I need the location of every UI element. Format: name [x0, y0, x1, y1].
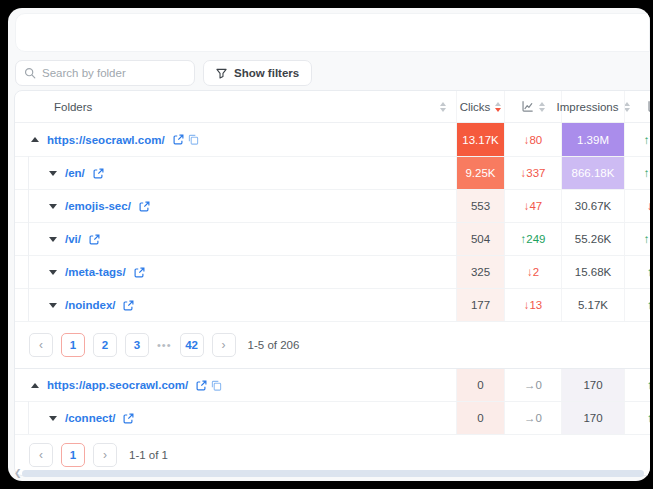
expand-caret-icon[interactable] — [49, 204, 57, 209]
folder-cell: https://seocrawl.com/ — [15, 123, 456, 156]
sort-icon-folders[interactable] — [440, 102, 446, 112]
table-controls: Show filters — [15, 60, 312, 86]
column-header-clicks-trend[interactable] — [504, 91, 561, 122]
expand-caret-icon[interactable] — [49, 171, 57, 176]
impressions-delta: ↑95 — [624, 157, 650, 189]
pagination-group-1: ‹ 1 2 3 ••• 42 › 1-5 of 206 — [15, 322, 650, 368]
search-by-folder-field[interactable] — [15, 60, 195, 86]
external-link-icon[interactable] — [93, 168, 104, 179]
impressions-value: 30.67K — [561, 190, 624, 222]
copy-icon[interactable] — [188, 134, 199, 145]
page-button-3[interactable]: 3 — [125, 333, 149, 357]
table-row: /connect/ 0 →0 170 ↑1 — [15, 402, 650, 435]
main-card: Show filters Folders Clicks — [8, 8, 650, 481]
folder-link[interactable]: /vi/ — [65, 233, 81, 245]
impressions-value: 1.39M — [561, 123, 624, 156]
external-link-icon[interactable] — [89, 234, 100, 245]
column-header-impressions[interactable]: Impressions — [561, 91, 624, 122]
impressions-value: 55.26K — [561, 223, 624, 255]
folder-link[interactable]: /connect/ — [65, 412, 115, 424]
page-button-1[interactable]: 1 — [61, 333, 85, 357]
prev-page-button[interactable]: ‹ — [29, 443, 53, 467]
clicks-value: 325 — [456, 256, 504, 288]
clicks-delta: →0 — [504, 402, 561, 434]
impressions-delta: ↓8 — [624, 190, 650, 222]
clicks-value: 0 — [456, 369, 504, 401]
line-chart-icon — [647, 100, 651, 113]
clicks-delta: →0 — [504, 369, 561, 401]
folder-link[interactable]: https://seocrawl.com/ — [47, 134, 165, 146]
external-link-icon[interactable] — [139, 201, 150, 212]
collapse-caret-icon[interactable] — [31, 137, 39, 142]
table-row: https://app.seocrawl.com/ 0 →0 170 ↑1 — [15, 368, 650, 402]
pagination-group-2: ‹ 1 › 1-1 of 1 — [15, 435, 650, 475]
expand-caret-icon[interactable] — [49, 270, 57, 275]
folder-link[interactable]: /noindex/ — [65, 299, 115, 311]
folder-cell: /emojis-sec/ — [15, 190, 456, 222]
external-link-icon[interactable] — [123, 300, 134, 311]
page-button-2[interactable]: 2 — [93, 333, 117, 357]
expand-caret-icon[interactable] — [49, 416, 57, 421]
page-button-1[interactable]: 1 — [61, 443, 85, 467]
pagination-summary: 1-1 of 1 — [129, 449, 168, 461]
page-button-42[interactable]: 42 — [180, 333, 204, 357]
impressions-value: 15.68K — [561, 256, 624, 288]
table-header: Folders Clicks Impressions — [15, 91, 650, 123]
copy-icon[interactable] — [211, 380, 222, 391]
show-filters-button[interactable]: Show filters — [203, 60, 312, 86]
table-row: https://seocrawl.com/ 13.17K ↓80 1.39M ↑… — [15, 123, 650, 157]
column-header-impressions-trend[interactable] — [624, 91, 650, 122]
external-link-icon[interactable] — [134, 267, 145, 278]
search-input[interactable] — [42, 67, 186, 79]
impressions-header-label: Impressions — [557, 101, 619, 113]
clicks-value: 13.17K — [456, 123, 504, 156]
external-link-icon[interactable] — [173, 134, 184, 145]
next-page-button[interactable]: › — [212, 333, 236, 357]
folders-table: Folders Clicks Impressions — [14, 90, 650, 476]
impressions-delta: ↑2 — [624, 256, 650, 288]
sort-icon-clicks[interactable] — [495, 102, 501, 112]
folder-link[interactable]: https://app.seocrawl.com/ — [47, 379, 188, 391]
folder-cell: /connect/ — [15, 402, 456, 434]
impressions-delta: ↑1 — [624, 289, 650, 321]
search-icon — [24, 67, 36, 79]
sort-icon-clicks-trend[interactable] — [539, 102, 545, 112]
clicks-delta: ↓13 — [504, 289, 561, 321]
folder-cell: /noindex/ — [15, 289, 456, 321]
column-header-clicks[interactable]: Clicks — [456, 91, 504, 122]
clicks-delta: ↓80 — [504, 123, 561, 156]
clicks-value: 553 — [456, 190, 504, 222]
impressions-delta: ↑1 — [624, 402, 650, 434]
external-link-icon[interactable] — [123, 413, 134, 424]
collapse-caret-icon[interactable] — [31, 383, 39, 388]
prev-page-button[interactable]: ‹ — [29, 333, 53, 357]
clicks-header-label: Clicks — [460, 101, 491, 113]
external-link-icon[interactable] — [196, 380, 207, 391]
folder-link[interactable]: /meta-tags/ — [65, 266, 126, 278]
next-page-button[interactable]: › — [93, 443, 117, 467]
clicks-delta: ↓47 — [504, 190, 561, 222]
table-row: /meta-tags/ 325 ↓2 15.68K ↑2 — [15, 256, 650, 289]
folder-link[interactable]: /emojis-sec/ — [65, 200, 131, 212]
clicks-value: 504 — [456, 223, 504, 255]
column-header-folders[interactable]: Folders — [15, 91, 456, 122]
clicks-value: 9.25K — [456, 157, 504, 189]
folder-cell: /en/ — [15, 157, 456, 189]
expand-caret-icon[interactable] — [49, 237, 57, 242]
pagination-summary: 1-5 of 206 — [248, 339, 300, 351]
folder-cell: /meta-tags/ — [15, 256, 456, 288]
impressions-delta: ↑1 — [624, 369, 650, 401]
filter-funnel-icon — [216, 68, 227, 79]
scrollbar-left-arrow-icon[interactable]: ❮ — [14, 468, 22, 478]
table-row: /en/ 9.25K ↓337 866.18K ↑95 — [15, 157, 650, 190]
impressions-value: 170 — [561, 369, 624, 401]
line-chart-icon — [521, 100, 534, 113]
horizontal-scrollbar[interactable] — [22, 470, 644, 477]
table-row: /noindex/ 177 ↓13 5.17K ↑1 — [15, 289, 650, 322]
folder-link[interactable]: /en/ — [65, 167, 85, 179]
clicks-delta: ↓2 — [504, 256, 561, 288]
clicks-delta: ↓337 — [504, 157, 561, 189]
pagination-ellipsis[interactable]: ••• — [157, 339, 172, 351]
impressions-delta: ↑18 — [624, 223, 650, 255]
expand-caret-icon[interactable] — [49, 303, 57, 308]
